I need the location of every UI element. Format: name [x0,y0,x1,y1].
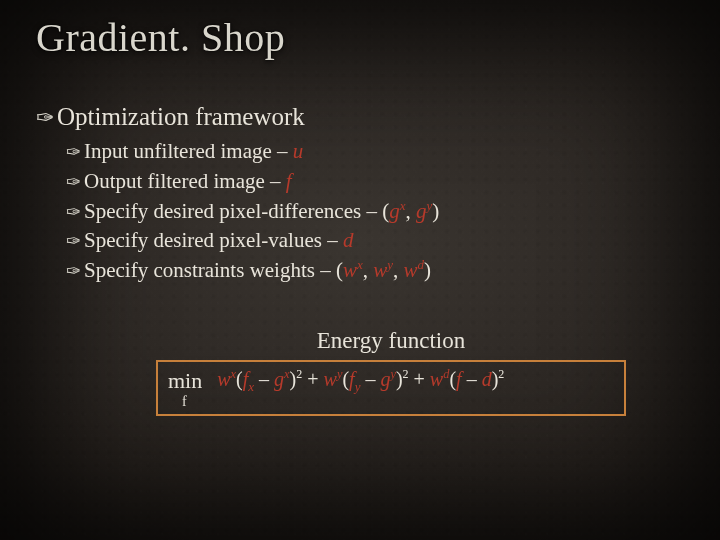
bullet-lvl1: ✑Optimization framework [36,103,684,131]
item-pre: Specify constraints weights – ( [84,258,343,282]
item-sym2: wy [373,258,393,282]
item-mid2: , [393,258,404,282]
lvl1-text: Optimization framework [57,103,305,130]
item-pre: Specify desired pixel-values – [84,228,343,252]
item-sym: f [286,169,292,193]
item-sym3: wd [404,258,425,282]
bullet-icon: ✑ [66,142,81,162]
bullet-icon: ✑ [66,202,81,222]
slide: Gradient. Shop ✑Optimization framework ✑… [0,0,720,540]
item-pre: Output filtered image – [84,169,286,193]
min-word: min [168,367,202,396]
bullet-item-0: ✑Input unfiltered image – u [66,137,684,167]
formula-box: min wx(fx – gx)2 + wy(fy – gy)2 + wd(f –… [156,360,626,416]
item-pre: Specify desired pixel-differences – ( [84,199,389,223]
item-sym: d [343,228,354,252]
energy-function-label: Energy function [156,328,626,354]
bullet-icon: ✑ [36,105,54,130]
item-post: ) [424,258,431,282]
bullet-icon: ✑ [66,231,81,251]
formula-main: min wx(fx – gx)2 + wy(fy – gy)2 + wd(f –… [168,366,614,396]
item-sym1: wx [343,258,363,282]
formula-block: Energy function min wx(fx – gx)2 + wy(fy… [156,328,626,416]
item-post: ) [432,199,439,223]
bullet-item-3: ✑Specify desired pixel-values – d [66,226,684,256]
bullet-item-2: ✑Specify desired pixel-differences – (gx… [66,197,684,227]
min-subscript: f [182,394,614,410]
page-title: Gradient. Shop [36,14,684,61]
item-mid: , [405,199,416,223]
item-mid: , [363,258,374,282]
item-sym: u [293,139,304,163]
item-pre: Input unfiltered image – [84,139,293,163]
bullet-item-1: ✑Output filtered image – f [66,167,684,197]
item-sym2: gy [416,199,432,223]
bullet-item-4: ✑Specify constraints weights – (wx, wy, … [66,256,684,286]
bullet-icon: ✑ [66,172,81,192]
bullet-icon: ✑ [66,261,81,281]
item-sym1: gx [389,199,405,223]
